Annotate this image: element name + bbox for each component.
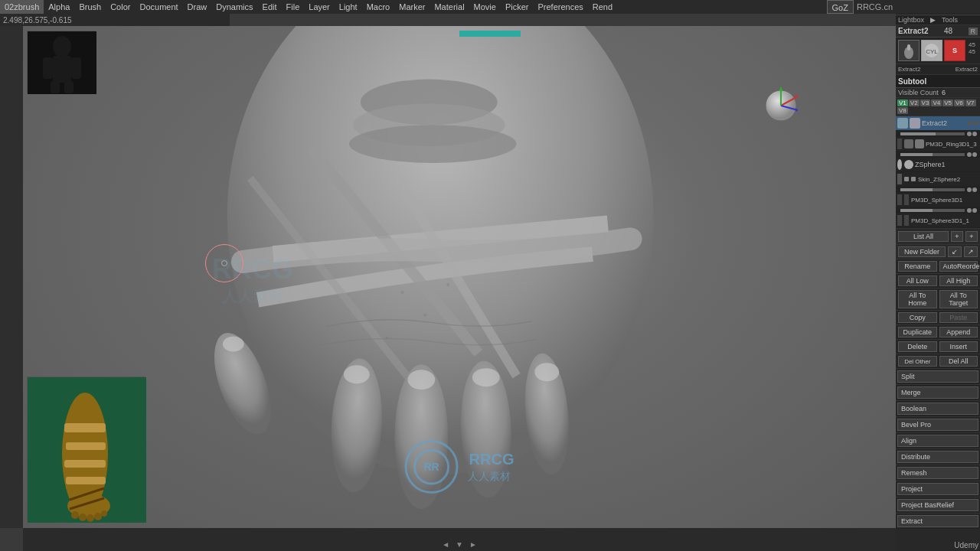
v8-tag[interactable]: V8	[897, 107, 908, 114]
all-to-target-btn[interactable]: All To Target	[939, 290, 978, 308]
rename-btn[interactable]: Rename	[898, 261, 937, 272]
project-btn[interactable]: Project	[897, 483, 978, 495]
boolean-btn[interactable]: Boolean	[897, 403, 978, 415]
udemy-badge: Udemy	[954, 541, 978, 549]
menu-preferences[interactable]: Preferences	[533, 0, 587, 14]
append-btn[interactable]: Append	[939, 327, 978, 337]
menu-macro[interactable]: Macro	[362, 0, 395, 14]
v1-tag[interactable]: V1	[897, 99, 908, 106]
3d-viewport[interactable]: RRCG 人人素材 RR RRCG 人人素材	[23, 26, 896, 528]
v7-tag[interactable]: V7	[965, 99, 976, 106]
orientation-gizmo[interactable]	[758, 81, 804, 127]
svg-point-32	[53, 36, 71, 57]
svg-point-16	[400, 291, 403, 294]
svg-marker-30	[779, 87, 783, 91]
subtool-pm3d-sphere2[interactable]: PM3D_Sphere3D1_1	[896, 214, 980, 228]
menu-alpha[interactable]: Alpha	[44, 0, 74, 14]
add-plus-btn[interactable]: +	[951, 231, 963, 242]
svg-rect-54	[907, 44, 910, 51]
insert-btn[interactable]: Insert	[939, 341, 978, 352]
menu-file[interactable]: File	[282, 0, 305, 14]
top-right-bar: GoZ RRCG.cn	[612, 0, 896, 14]
bottom-bar: ◄ ▼ ►	[23, 528, 896, 551]
menu-draw[interactable]: Draw	[183, 0, 212, 14]
all-high-btn[interactable]: All High	[939, 276, 978, 286]
list-all-btn[interactable]: List All	[898, 231, 949, 242]
v3-tag[interactable]: V3	[920, 99, 931, 106]
move-btn1[interactable]: ↙	[948, 246, 962, 257]
move-btn2[interactable]: ↗	[964, 246, 978, 257]
brush-thumbnail[interactable]	[27, 31, 96, 93]
svg-rect-35	[71, 57, 81, 79]
svg-point-13	[407, 370, 435, 390]
svg-point-12	[472, 368, 500, 386]
menu-document[interactable]: Document	[135, 0, 182, 14]
menu-movie[interactable]: Movie	[469, 0, 501, 14]
extract2-sub-label: Extract2	[898, 66, 954, 73]
svg-point-49	[94, 513, 102, 520]
rrcg-logo: RR RRCG 人人素材	[405, 440, 514, 494]
merge-btn[interactable]: Merge	[897, 386, 978, 399]
lightbox-btn[interactable]: Lightbox	[898, 16, 924, 24]
menu-edit[interactable]: Edit	[258, 0, 282, 14]
remesh-btn[interactable]: Remesh	[897, 467, 978, 479]
brush-thumb-2[interactable]: CYL	[921, 40, 942, 61]
svg-point-18	[446, 283, 449, 286]
bevel-pro-btn[interactable]: Bevel Pro	[897, 419, 978, 431]
brush-thumb-1[interactable]	[898, 40, 920, 61]
menu-layer[interactable]: Layer	[304, 0, 335, 14]
menu-dynamics[interactable]: Dynamics	[211, 0, 257, 14]
new-folder-btn[interactable]: New Folder	[898, 246, 946, 257]
visible-count-label: Visible Count	[898, 89, 939, 96]
nav-right[interactable]: ►	[466, 540, 480, 549]
menu-marker[interactable]: Marker	[394, 0, 430, 14]
align-btn[interactable]: Align	[897, 435, 978, 447]
subtool-pm3d-sphere[interactable]: PM3D_Sphere3D1	[896, 193, 980, 207]
subtool-extract2[interactable]: Extract2	[896, 116, 980, 131]
duplicate-btn[interactable]: Duplicate	[898, 327, 937, 337]
menu-light[interactable]: Light	[335, 0, 362, 14]
nav-left[interactable]: ◄	[439, 540, 452, 549]
auto-reorder-btn[interactable]: AutoReorder	[939, 261, 978, 272]
svg-rect-42	[66, 442, 106, 450]
delete-btn[interactable]: Delete	[898, 341, 937, 352]
subtool-pm3d-ring[interactable]: PM3D_Ring3D1_3	[896, 137, 980, 152]
subtool-skin-zsphere2[interactable]: Skin_ZSphere2	[896, 172, 980, 187]
v5-tag[interactable]: V5	[942, 99, 953, 106]
v4-tag[interactable]: V4	[931, 99, 942, 106]
goz-button[interactable]: GoZ	[827, 0, 854, 14]
canvas-area[interactable]: RRCG 人人素材 RR RRCG 人人素材	[23, 26, 896, 528]
del-all-btn[interactable]: Del All	[939, 356, 978, 367]
svg-point-5	[349, 125, 517, 163]
svg-rect-34	[43, 57, 53, 79]
brush-center	[221, 260, 227, 266]
coords-bar: 2.498,26.575,-0.615	[0, 14, 230, 26]
svg-text:CYL: CYL	[926, 48, 938, 55]
del-other-btn[interactable]: Del Other	[898, 356, 937, 367]
v2-tag[interactable]: V2	[909, 99, 920, 106]
distribute-btn[interactable]: Distribute	[897, 451, 978, 463]
logo-subtitle: 人人素材	[465, 470, 514, 484]
menu-picker[interactable]: Picker	[501, 0, 534, 14]
project-basrelief-btn[interactable]: Project BasRelief	[897, 499, 978, 511]
all-to-home-btn[interactable]: All To Home	[898, 290, 937, 308]
all-low-btn[interactable]: All Low	[898, 276, 937, 286]
coordinates: 2.498,26.575,-0.615	[3, 16, 72, 24]
brush-thumb-3[interactable]: S	[944, 40, 965, 61]
tools-btn[interactable]: Tools	[942, 16, 958, 24]
menu-brush[interactable]: Brush	[74, 0, 106, 14]
v6-tag[interactable]: V6	[954, 99, 965, 106]
logo-brand: RRCG	[469, 451, 514, 468]
menu-02zbrush[interactable]: 02zbrush	[0, 0, 44, 14]
svg-point-46	[71, 511, 79, 519]
menu-color[interactable]: Color	[106, 0, 135, 14]
extract-btn[interactable]: Extract	[897, 515, 978, 527]
paste-btn[interactable]: Paste	[939, 312, 978, 323]
split-btn[interactable]: Split	[897, 370, 978, 383]
reference-thumbnail[interactable]	[27, 377, 145, 522]
add-plus2-btn[interactable]: +	[965, 231, 978, 242]
subtool-zsphere1[interactable]: ZSphere1	[896, 158, 980, 172]
copy-btn[interactable]: Copy	[898, 312, 937, 323]
nav-center[interactable]: ▼	[452, 540, 466, 549]
menu-material[interactable]: Material	[430, 0, 469, 14]
